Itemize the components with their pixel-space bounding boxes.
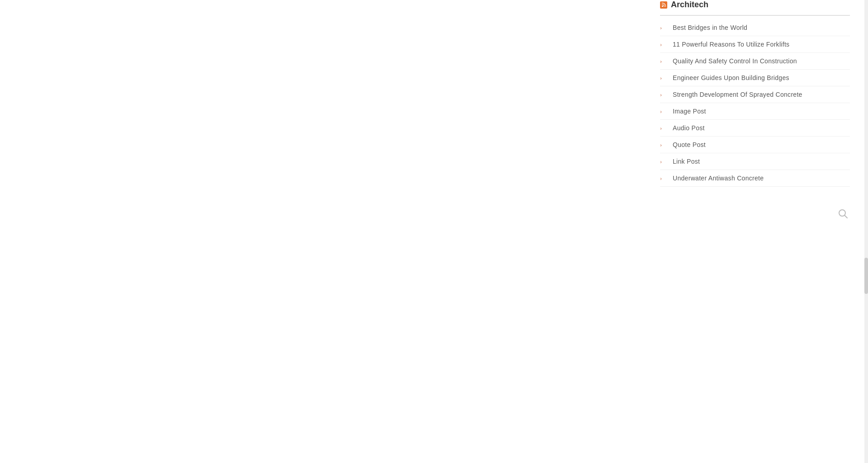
search-icon (838, 209, 848, 219)
nav-item-label-4: Strength Development Of Sprayed Concrete (673, 91, 802, 98)
chevron-icon-4: › (660, 91, 667, 98)
svg-line-2 (845, 216, 848, 218)
chevron-icon-5: › (660, 108, 667, 115)
search-button[interactable] (836, 207, 850, 221)
nav-item-label-8: Link Post (673, 158, 700, 165)
nav-item-label-3: Engineer Guides Upon Building Bridges (673, 74, 789, 81)
nav-item-6[interactable]: › Audio Post (660, 120, 850, 137)
nav-item-1[interactable]: › 11 Powerful Reasons To Utilize Forklif… (660, 36, 850, 53)
widget-title-text: Architech (671, 0, 708, 9)
chevron-icon-9: › (660, 175, 667, 182)
sidebar: Architech › Best Bridges in the World › … (642, 0, 868, 463)
widget-title: Architech (660, 0, 850, 16)
nav-item-5[interactable]: › Image Post (660, 103, 850, 120)
chevron-icon-3: › (660, 75, 667, 81)
nav-item-8[interactable]: › Link Post (660, 153, 850, 170)
recent-posts-widget: Architech › Best Bridges in the World › … (660, 0, 850, 187)
nav-item-9[interactable]: › Underwater Antiwash Concrete (660, 170, 850, 187)
nav-item-3[interactable]: › Engineer Guides Upon Building Bridges (660, 70, 850, 86)
chevron-icon-0: › (660, 24, 667, 31)
nav-item-0[interactable]: › Best Bridges in the World (660, 19, 850, 36)
nav-item-label-2: Quality And Safety Control In Constructi… (673, 57, 797, 65)
page-wrapper: Architech › Best Bridges in the World › … (0, 0, 868, 463)
main-content (0, 0, 642, 463)
chevron-icon-7: › (660, 142, 667, 148)
nav-item-4[interactable]: › Strength Development Of Sprayed Concre… (660, 86, 850, 103)
nav-item-label-9: Underwater Antiwash Concrete (673, 175, 764, 182)
chevron-icon-1: › (660, 41, 667, 48)
rss-icon (660, 1, 667, 9)
chevron-icon-6: › (660, 125, 667, 132)
scrollbar[interactable] (864, 0, 868, 463)
svg-point-0 (661, 5, 663, 7)
nav-item-label-7: Quote Post (673, 141, 706, 148)
nav-item-label-0: Best Bridges in the World (673, 24, 747, 31)
chevron-icon-8: › (660, 158, 667, 165)
nav-item-2[interactable]: › Quality And Safety Control In Construc… (660, 53, 850, 70)
scrollbar-thumb[interactable] (864, 258, 868, 294)
nav-item-label-5: Image Post (673, 108, 706, 115)
chevron-icon-2: › (660, 58, 667, 65)
nav-list: › Best Bridges in the World › 11 Powerfu… (660, 19, 850, 187)
nav-item-label-1: 11 Powerful Reasons To Utilize Forklifts (673, 41, 789, 48)
nav-item-7[interactable]: › Quote Post (660, 137, 850, 153)
search-area (660, 200, 850, 227)
nav-item-label-6: Audio Post (673, 124, 705, 132)
